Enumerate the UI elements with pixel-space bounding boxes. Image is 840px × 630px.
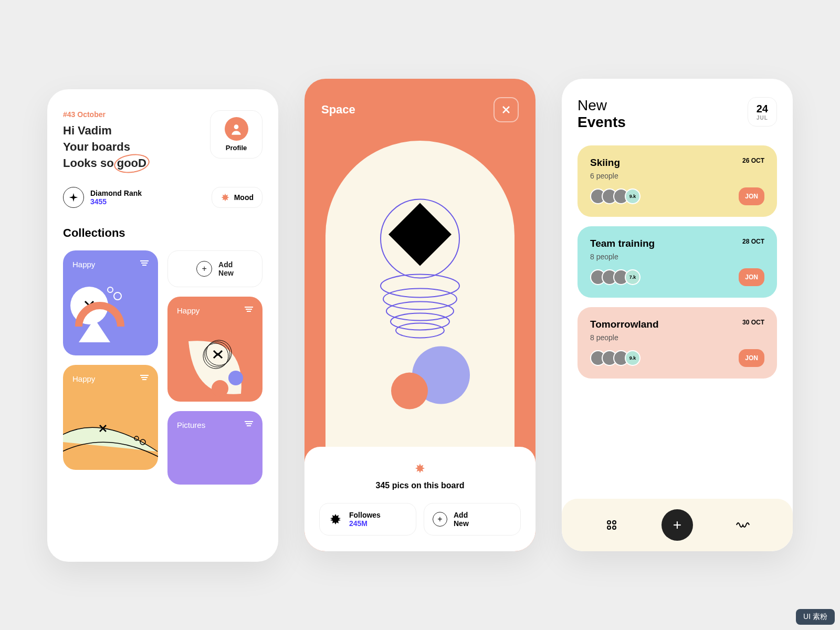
burst-icon: [328, 512, 343, 527]
boards-screen: #43 October Hi Vadim Your boards Looks s…: [47, 89, 278, 562]
burst-icon: [220, 193, 230, 202]
plus-icon: +: [196, 261, 212, 277]
event-people: 6 people: [590, 172, 764, 180]
mood-button[interactable]: Mood: [212, 187, 262, 208]
collection-card-pictures[interactable]: Pictures: [167, 411, 262, 485]
plus-icon: +: [673, 517, 681, 533]
header: #43 October Hi Vadim Your boards Looks s…: [63, 110, 262, 171]
header: Space: [304, 79, 536, 141]
svg-point-19: [607, 521, 611, 524]
highlight-word: gooD: [117, 155, 146, 172]
menu-icon[interactable]: [245, 306, 253, 312]
count-badge: 9.k: [625, 188, 640, 204]
svg-point-22: [613, 526, 616, 529]
pics-text: 345 pics on this board: [319, 481, 521, 490]
event-title: Tomorrowland: [590, 319, 764, 330]
illustration: [326, 141, 514, 463]
svg-point-0: [234, 124, 239, 129]
avatar: [225, 117, 248, 141]
header: New Events 24 JUL: [578, 97, 777, 131]
event-card-skiing[interactable]: Skiing 26 OCT 6 people 9.k JON: [578, 145, 777, 217]
rank-info: Diamond Rank 3455: [63, 187, 142, 208]
attendee-avatars: 7.k: [590, 269, 640, 285]
card-title: Happy: [72, 374, 149, 383]
col-left: Happy Happy: [63, 250, 158, 485]
attendee-avatars: 9.k: [590, 188, 640, 204]
collection-card-happy[interactable]: Happy: [167, 297, 262, 402]
nav-grid-button[interactable]: [604, 517, 620, 533]
event-date: 28 OCT: [742, 238, 764, 245]
followers-label: Followes: [349, 511, 381, 519]
collection-card-happy[interactable]: Happy: [63, 250, 158, 355]
plus-icon: +: [433, 512, 447, 527]
greeting: Hi Vadim Your boards Looks so gooD: [63, 123, 146, 171]
add-new-button[interactable]: + Add New: [167, 250, 262, 287]
svg-point-13: [383, 289, 457, 310]
rank-row: Diamond Rank 3455 Mood: [63, 187, 262, 208]
star-icon: [319, 463, 521, 477]
collections-grid: Happy Happy: [63, 250, 262, 485]
rank-value: 3455: [90, 197, 142, 206]
svg-point-18: [391, 373, 428, 410]
join-button[interactable]: JON: [739, 349, 764, 367]
date-month: JUL: [757, 115, 768, 121]
page-title: New Events: [578, 97, 626, 131]
close-button[interactable]: [494, 97, 519, 122]
count-badge: 9.k: [625, 350, 640, 366]
followers-button[interactable]: Followes 245M: [319, 503, 416, 536]
join-button[interactable]: JON: [739, 187, 764, 205]
event-card-team-training[interactable]: Team training 28 OCT 8 people 7.k JON: [578, 226, 777, 298]
svg-point-9: [228, 371, 243, 385]
event-title: Team training: [590, 238, 764, 249]
event-people: 8 people: [590, 333, 764, 342]
event-title: Skiing: [590, 157, 764, 169]
event-date: 30 OCT: [742, 319, 764, 326]
svg-point-3: [114, 292, 121, 300]
card-title: Pictures: [177, 421, 253, 429]
event-date: 26 OCT: [742, 157, 764, 164]
bottom-nav: +: [562, 499, 793, 551]
count-badge: 7.k: [625, 269, 640, 285]
attendee-avatars: 9.k: [590, 350, 640, 366]
rank-label: Diamond Rank: [90, 189, 142, 197]
pics-info: 345 pics on this board: [319, 463, 521, 490]
page-title: Space: [321, 103, 355, 117]
mood-label: Mood: [234, 193, 254, 202]
profile-button[interactable]: Profile: [210, 110, 262, 159]
watermark: UI 素粉: [796, 609, 835, 625]
button-row: Followes 245M + Add New: [319, 503, 521, 536]
sparkle-icon: [63, 187, 84, 208]
board-info-card: 345 pics on this board Followes 245M + A…: [304, 447, 536, 551]
collection-card-happy[interactable]: Happy: [63, 365, 158, 470]
event-people: 8 people: [590, 253, 764, 261]
card-title: Happy: [177, 306, 253, 315]
menu-icon[interactable]: [140, 260, 149, 266]
profile-label: Profile: [220, 144, 253, 152]
collections-title: Collections: [63, 226, 262, 240]
greeting-block: #43 October Hi Vadim Your boards Looks s…: [63, 110, 146, 171]
card-title: Happy: [72, 260, 149, 269]
menu-icon[interactable]: [245, 421, 253, 427]
date-tag: #43 October: [63, 110, 146, 119]
nav-activity-button[interactable]: [735, 517, 751, 533]
followers-value: 245M: [349, 519, 381, 528]
add-new-button[interactable]: + Add New: [424, 503, 521, 536]
space-screen: Space 345 pics on this board: [304, 79, 536, 551]
join-button[interactable]: JON: [739, 268, 764, 286]
svg-point-2: [108, 287, 113, 292]
date-badge[interactable]: 24 JUL: [748, 97, 777, 127]
svg-point-20: [613, 521, 616, 524]
close-icon: [501, 105, 511, 114]
date-number: 24: [757, 103, 768, 115]
event-card-tomorrowland[interactable]: Tomorrowland 30 OCT 8 people 9.k JON: [578, 307, 777, 379]
col-right: + Add New Happy: [167, 250, 262, 485]
svg-point-15: [391, 313, 449, 330]
events-screen: New Events 24 JUL Skiing 26 OCT 6 people…: [562, 79, 793, 551]
svg-point-14: [386, 302, 454, 321]
svg-point-21: [607, 526, 611, 529]
menu-icon[interactable]: [140, 374, 149, 381]
grid-icon: [605, 519, 618, 531]
activity-icon: [736, 520, 750, 530]
person-icon: [229, 122, 243, 136]
nav-add-button[interactable]: +: [662, 509, 693, 541]
